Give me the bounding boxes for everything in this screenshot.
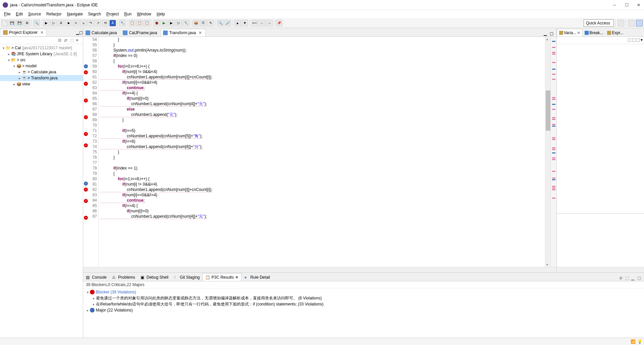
overview-ruler[interactable] — [550, 37, 556, 267]
vars-tbtn-3[interactable]: ⬚ — [636, 38, 640, 43]
minimize-view-button[interactable]: ▁ — [76, 30, 79, 35]
debug-perspective-button[interactable] — [636, 20, 643, 26]
tree-src[interactable]: ▾📂 > src — [0, 57, 83, 63]
maximize-view-button[interactable]: ▢ — [79, 30, 83, 35]
save-button[interactable]: 💾 — [9, 20, 15, 26]
tool-btn-5[interactable]: 🔍 — [33, 20, 40, 26]
marker-ruler[interactable]: i××××××i××× — [83, 37, 89, 267]
tool-btn-27[interactable]: ✎ — [207, 20, 214, 26]
tip-icon[interactable]: 💡 — [637, 339, 642, 344]
tool-btn-19[interactable]: 📋 — [144, 20, 150, 26]
open-perspective-button[interactable] — [618, 20, 624, 26]
tab-console[interactable]: ▤Console — [83, 274, 109, 281]
quick-access-input[interactable] — [584, 19, 614, 27]
open-type-button[interactable]: 🔍 — [217, 20, 224, 26]
coverage-button[interactable]: ▶ — [168, 20, 175, 26]
result-blocker-group[interactable]: ▾ Blocker (39 Violations) — [83, 289, 644, 295]
new-button[interactable]: 📄 — [1, 20, 8, 26]
forward-button[interactable]: → — [266, 20, 273, 26]
new-package-button[interactable]: 📦 — [193, 20, 199, 26]
close-icon[interactable]: ✕ — [235, 275, 238, 280]
horizontal-scrollbar[interactable] — [557, 267, 644, 272]
annotation-prev-button[interactable]: ▲ — [234, 20, 241, 26]
menu-window[interactable]: Window — [134, 11, 154, 17]
terminate-button[interactable]: ■ — [65, 20, 72, 26]
tab-git-staging[interactable]: ⑂Git Staging — [171, 274, 202, 281]
code-editor[interactable]: } } System.out.println(Arrays.toString(n… — [99, 37, 545, 267]
debug-button[interactable]: 🐞 — [153, 20, 160, 26]
run-button[interactable]: ▶ — [161, 20, 167, 26]
vars-tbtn-2[interactable]: ⬚ — [632, 38, 636, 43]
tab-p3c-results[interactable]: 📋P3C Results✕ — [202, 273, 241, 281]
suspend-button[interactable]: ⏸ — [58, 20, 64, 26]
annotation-next-button[interactable]: ▼ — [241, 20, 248, 26]
step-into-button[interactable]: ↘ — [80, 20, 87, 26]
collapse-all-button[interactable]: ⊟ — [58, 38, 63, 43]
editor-minimize-button[interactable]: ▁ — [544, 31, 549, 37]
horizontal-scrollbar[interactable] — [83, 267, 556, 272]
line-number-ruler[interactable]: 5455565758596061626364656667686970717273… — [89, 37, 99, 267]
editor-maximize-button[interactable]: ▢ — [550, 31, 555, 37]
tree-jre[interactable]: ▸📚 JRE System Library [JavaSE-1.8] — [0, 51, 83, 57]
clear-button[interactable]: ⊘ — [619, 276, 625, 281]
editor-tab-transform[interactable]: Transform.java ✕ — [161, 29, 206, 37]
close-icon[interactable]: ✕ — [40, 30, 44, 35]
minimize-button[interactable]: ─ — [612, 2, 617, 8]
vars-tbtn-1[interactable]: ⬚ — [628, 38, 631, 43]
vars-menu-button[interactable]: ▾ — [641, 38, 643, 43]
menu-edit[interactable]: Edit — [13, 11, 25, 17]
switch-inspector-button[interactable]: 🔧 — [119, 20, 126, 26]
close-icon[interactable]: ✕ — [199, 30, 202, 35]
result-major-group[interactable]: ▸ Major (22 Violations) — [83, 307, 644, 313]
skip-breakpoints-button[interactable]: ▶ — [43, 20, 50, 26]
menu-source[interactable]: Source — [25, 11, 44, 17]
tree-file-transform[interactable]: ▸☕ > Transform.java — [0, 75, 83, 81]
editor-tab-calculate[interactable]: Calculate.java — [83, 29, 120, 37]
menu-navigate[interactable]: Navigate — [64, 11, 85, 17]
search-button[interactable]: 🔎 — [224, 20, 231, 26]
tab-rule-detail[interactable]: ●Rule Detail — [241, 274, 273, 281]
tree-pkg-view[interactable]: ▸📦 view — [0, 81, 83, 87]
variables-content[interactable] — [557, 44, 644, 213]
variables-detail-pane[interactable] — [557, 213, 644, 267]
menu-help[interactable]: Help — [154, 11, 168, 17]
close-icon[interactable]: ✕ — [577, 30, 580, 35]
tool-btn-18[interactable]: 📋 — [136, 20, 143, 26]
editor-tab-caljframe[interactable]: CalJFrame.java — [120, 29, 161, 37]
disconnect-button[interactable]: ⤫ — [72, 20, 79, 26]
new-class-button[interactable]: © — [200, 20, 207, 26]
menu-file[interactable]: File — [1, 11, 13, 17]
java-perspective-button[interactable] — [628, 20, 635, 26]
run-last-button[interactable]: ▷ — [175, 20, 182, 26]
project-explorer-tab[interactable]: Project Explorer ✕ — [0, 29, 47, 36]
tree-file-calculate[interactable]: ▸☕ > Calculate.java — [0, 69, 83, 75]
menu-search[interactable]: Search — [86, 11, 104, 17]
menu-refactor[interactable]: Refactor — [44, 11, 64, 17]
bottom-maximize-button[interactable]: ▢ — [637, 276, 643, 281]
step-return-button[interactable]: ↗ — [95, 20, 101, 26]
step-over-button[interactable]: ↷ — [87, 20, 94, 26]
bottom-tbtn-2[interactable]: ⬚ — [625, 276, 631, 281]
tab-problems[interactable]: ⚠Problems — [109, 274, 138, 281]
tab-breakpoints[interactable]: Break... — [583, 29, 605, 37]
close-button[interactable]: ✕ — [636, 2, 641, 8]
menu-run[interactable]: Run — [121, 11, 134, 17]
tree-project[interactable]: ▾📁 > Cal [java201721123017 master] — [0, 45, 83, 51]
save-all-button[interactable]: 💾 — [16, 20, 23, 26]
result-rule-1[interactable]: ▸ 避免通过一个类的对象引用访问此类的静态变量或静态方法，无谓增加编译器解析成本… — [83, 295, 644, 301]
tree-pkg-model[interactable]: ▾📦 > model — [0, 63, 83, 69]
tab-expressions[interactable]: Expr... — [605, 29, 625, 37]
tool-btn-4[interactable]: ⚙ — [23, 20, 30, 26]
filter-button[interactable]: ⬚ — [70, 38, 75, 43]
bottom-minimize-button[interactable]: ▁ — [631, 276, 637, 281]
last-edit-button[interactable]: ⟸ — [251, 20, 258, 26]
menu-project[interactable]: Project — [104, 11, 121, 17]
external-tools-button[interactable]: 🔧 — [183, 20, 190, 26]
tab-debug-shell[interactable]: ▣Debug Shell — [138, 274, 171, 281]
tab-variables[interactable]: Varia... ✕ — [557, 29, 583, 37]
tool-btn-14[interactable]: ⟲ — [102, 20, 109, 26]
tool-btn-17[interactable]: 📋 — [129, 20, 136, 26]
link-editor-button[interactable]: ⇄ — [64, 38, 69, 43]
back-button[interactable]: ← — [259, 20, 265, 26]
resume-button[interactable]: ▷ — [50, 20, 57, 26]
